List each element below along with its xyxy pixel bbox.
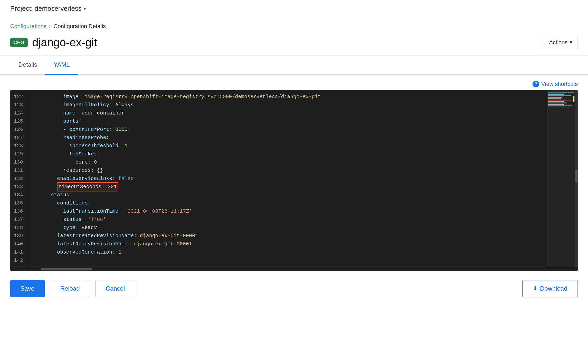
chevron-down-icon: ▾	[84, 6, 86, 12]
code-line: port: 0	[32, 158, 543, 166]
view-shortcuts-link[interactable]: ? View shortcuts	[533, 81, 578, 87]
breadcrumb-current: Configuration Details	[54, 23, 106, 30]
code-line: status:	[32, 191, 543, 199]
code-line: resources: {}	[32, 166, 543, 175]
line-numbers: 122 123 124 125 126 127 128 129 130 131 …	[10, 90, 28, 267]
project-selector[interactable]: Project: demoserverless ▾	[10, 5, 86, 13]
code-line: readinessProbe:	[32, 134, 543, 142]
code-line	[32, 256, 543, 265]
actions-label: Actions	[549, 39, 568, 46]
code-line: tcpSocket:	[32, 150, 543, 158]
page-title: django-ex-git	[32, 36, 97, 49]
code-editor[interactable]: 122 123 124 125 126 127 128 129 130 131 …	[10, 90, 578, 271]
minimap	[547, 90, 578, 267]
code-content: 122 123 124 125 126 127 128 129 130 131 …	[10, 90, 578, 267]
project-label: Project: demoserverless	[10, 5, 82, 13]
download-icon: ⬇	[533, 285, 537, 292]
chevron-down-icon: ▾	[570, 39, 572, 46]
code-line: imagePullPolicy: Always	[32, 101, 543, 109]
code-scrollbar[interactable]	[10, 267, 578, 271]
actions-button[interactable]: Actions ▾	[544, 36, 578, 49]
tab-yaml[interactable]: YAML	[45, 55, 78, 75]
code-line: - lastTransitionTime: '2021-04-08T23:11:…	[32, 207, 543, 215]
tabs-container: Details YAML	[0, 55, 588, 75]
reload-button[interactable]: Reload	[50, 280, 90, 297]
breadcrumb-separator: >	[49, 24, 52, 29]
breadcrumb: Configurations > Configuration Details	[0, 17, 588, 32]
cfg-badge: CFG	[10, 38, 28, 47]
code-line: status: 'True'	[32, 215, 543, 224]
code-line: conditions:	[32, 199, 543, 207]
top-bar: Project: demoserverless ▾	[0, 0, 588, 17]
tab-details[interactable]: Details	[10, 55, 45, 75]
code-line: type: Ready	[32, 224, 543, 232]
code-line-highlighted: timeoutSeconds: 301	[32, 183, 543, 191]
code-line: enableServiceLinks: false	[32, 175, 543, 183]
page-title-row: CFG django-ex-git	[10, 36, 97, 49]
code-line: image: image-registry.openshift-image-re…	[32, 93, 543, 101]
code-line: name: user-container	[32, 109, 543, 117]
breadcrumb-parent[interactable]: Configurations	[10, 23, 47, 30]
code-line: - containerPort: 8080	[32, 126, 543, 134]
code-scrollbar-thumb	[41, 268, 92, 270]
view-shortcuts-row: ? View shortcuts	[0, 75, 588, 90]
help-icon: ?	[533, 81, 539, 87]
code-line: observedGeneration: 1	[32, 248, 543, 256]
cancel-button[interactable]: Cancel	[95, 280, 135, 297]
code-line: successThreshold: 1	[32, 142, 543, 150]
download-button[interactable]: ⬇ Download	[522, 280, 578, 297]
bottom-actions: Save Reload Cancel ⬇ Download	[0, 271, 588, 306]
code-lines[interactable]: image: image-registry.openshift-image-re…	[28, 90, 547, 267]
code-line: latestCreatedRevisionName: django-ex-git…	[32, 232, 543, 240]
page-header: CFG django-ex-git Actions ▾	[0, 32, 588, 55]
view-shortcuts-label: View shortcuts	[541, 81, 578, 87]
code-line: ports:	[32, 117, 543, 126]
save-button[interactable]: Save	[10, 280, 45, 297]
bottom-left-buttons: Save Reload Cancel	[10, 280, 135, 297]
download-label: Download	[540, 285, 567, 292]
code-line: latestReadyRevisionName: django-ex-git-0…	[32, 240, 543, 248]
